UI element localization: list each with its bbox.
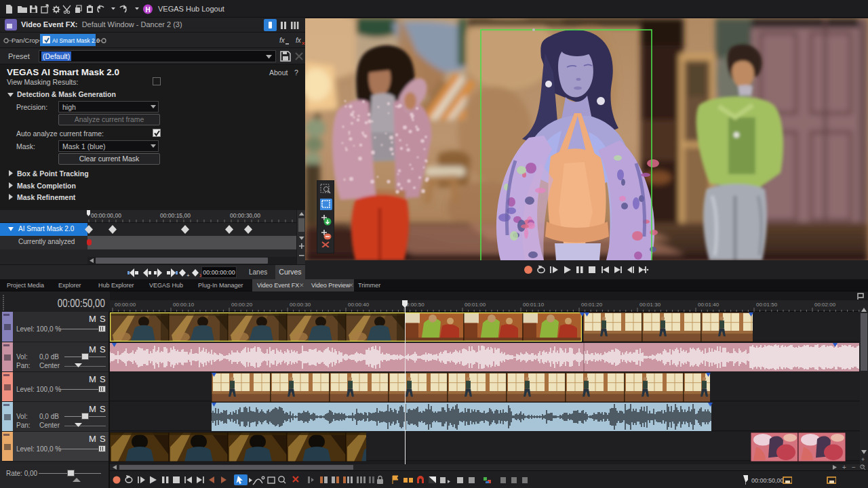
svg-text:00:00:00,00: 00:00:00,00: [91, 212, 121, 219]
svg-text:fx: fx: [296, 37, 302, 44]
svg-text:fx: fx: [279, 37, 285, 44]
svg-text:00:00:15,00: 00:00:15,00: [160, 212, 191, 219]
svg-text:00:00:30,00: 00:00:30,00: [230, 212, 260, 219]
svg-text:+: +: [186, 272, 190, 278]
svg-text:H: H: [145, 6, 150, 14]
